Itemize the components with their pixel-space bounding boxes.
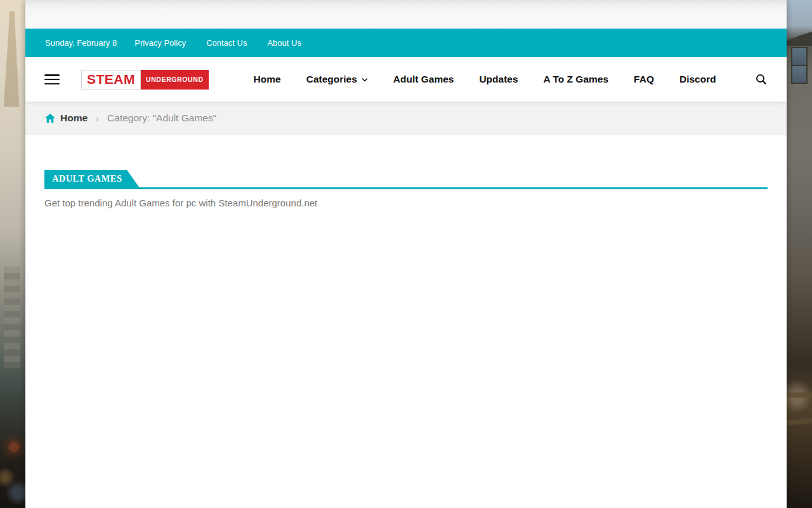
section-header: ADULT GAMES — [44, 170, 768, 189]
search-icon[interactable] — [755, 73, 768, 86]
background-art-right — [787, 0, 812, 508]
privacy-policy-link[interactable]: Privacy Policy — [134, 38, 186, 48]
logo-underground-text: UNDERGROUND — [141, 70, 209, 90]
nav-menu: Home Categories Adult Games Updates A To… — [254, 74, 716, 85]
nav-item-discord[interactable]: Discord — [679, 74, 716, 85]
main-content: ADULT GAMES Get top trending Adult Games… — [25, 135, 787, 508]
breadcrumb-home-label: Home — [60, 112, 88, 124]
nav-item-home[interactable]: Home — [254, 74, 281, 85]
nav-item-categories[interactable]: Categories — [306, 74, 368, 85]
logo-steam-text: STEAM — [81, 70, 141, 90]
section-title-badge: ADULT GAMES — [44, 170, 139, 187]
breadcrumb-home-link[interactable]: Home — [45, 112, 88, 124]
stairs-silhouette — [4, 267, 20, 368]
window-pane — [792, 66, 806, 83]
nav-item-adult-games[interactable]: Adult Games — [393, 74, 454, 85]
building-window — [791, 47, 808, 84]
top-spacer-strip — [25, 0, 787, 29]
nav-item-updates[interactable]: Updates — [479, 74, 518, 85]
chevron-down-icon — [362, 77, 368, 83]
nav-item-faq[interactable]: FAQ — [634, 74, 654, 85]
roof-silhouette — [787, 32, 812, 46]
contact-us-link[interactable]: Contact Us — [206, 38, 247, 48]
background-art-left — [0, 0, 25, 508]
site-logo[interactable]: STEAM UNDERGROUND — [81, 70, 209, 90]
hamburger-icon[interactable] — [44, 74, 60, 84]
breadcrumb-current: Category: "Adult Games" — [107, 112, 216, 124]
wood-plank — [787, 418, 812, 425]
breadcrumb-separator: › — [96, 113, 99, 124]
nav-item-a-to-z-games[interactable]: A To Z Games — [544, 74, 609, 85]
utility-topbar: Sunday, February 8 Privacy Policy Contac… — [25, 29, 787, 57]
page-container: Sunday, February 8 Privacy Policy Contac… — [25, 0, 787, 508]
wood-plank — [787, 392, 812, 398]
main-navbar: STEAM UNDERGROUND Home Categories Adult … — [25, 57, 787, 102]
section-description: Get top trending Adult Games for pc with… — [44, 197, 768, 208]
about-us-link[interactable]: About Us — [267, 38, 301, 48]
tower-silhouette — [3, 11, 22, 107]
window-pane — [792, 48, 806, 65]
current-date: Sunday, February 8 — [45, 38, 117, 48]
breadcrumb: Home › Category: "Adult Games" — [25, 102, 787, 135]
home-icon — [45, 114, 55, 123]
